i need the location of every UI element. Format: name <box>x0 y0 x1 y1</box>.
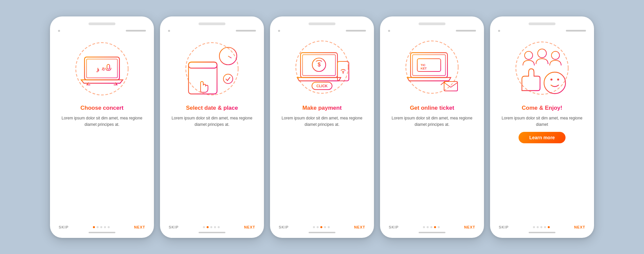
status-bar-1 <box>126 30 146 32</box>
phone-1-footer: SKIP NEXT <box>56 225 148 229</box>
phone-4-desc: Lorem ipsum dolor sit dim amet, mea regi… <box>386 115 478 128</box>
phone-5-home-bar <box>529 232 555 233</box>
dot-1-3 <box>100 226 102 228</box>
status-bar-4 <box>456 30 476 32</box>
svg-point-21 <box>223 74 233 84</box>
status-bar-2 <box>236 30 256 32</box>
status-bar-3 <box>346 30 366 32</box>
phone-notch-5 <box>529 22 555 25</box>
dot-3-4 <box>324 226 326 228</box>
svg-text:TIC: TIC <box>421 63 426 67</box>
dot-4-3 <box>430 226 432 228</box>
phone-1: ♪ ♫ Choose concert Lorem <box>50 16 154 238</box>
svg-rect-34 <box>411 53 447 78</box>
svg-point-46 <box>544 72 566 94</box>
phone-status-2 <box>166 29 258 33</box>
dot-4-4 <box>434 226 436 228</box>
svg-text:♪: ♪ <box>96 65 100 74</box>
status-dot-5 <box>498 30 500 32</box>
dot-4-1 <box>423 226 425 228</box>
phone-1-dots <box>93 226 110 228</box>
svg-rect-5 <box>107 64 110 69</box>
phone-2-dots <box>203 226 220 228</box>
choose-concert-icon: ♪ ♫ <box>72 39 132 99</box>
phone-3-skip[interactable]: SKIP <box>279 225 289 229</box>
svg-line-10 <box>228 56 231 58</box>
dot-2-1 <box>203 226 205 228</box>
dot-3-1 <box>313 226 315 228</box>
dot-2-2 <box>207 226 209 228</box>
phone-notch-3 <box>309 22 335 25</box>
phone-3: $ CLICK Make payment Lorem ipsum dolor s… <box>270 16 374 238</box>
svg-point-43 <box>538 49 546 58</box>
phone-4: TIC KET Get online ticket Lorem ipsum do… <box>380 16 484 238</box>
dot-5-5 <box>548 226 550 228</box>
phone-4-home-bar <box>419 232 445 233</box>
phone-5-skip[interactable]: SKIP <box>499 225 509 229</box>
phone-1-next[interactable]: NEXT <box>134 225 145 229</box>
phone-4-next[interactable]: NEXT <box>464 225 475 229</box>
dot-3-2 <box>317 226 319 228</box>
dot-2-5 <box>218 226 220 228</box>
phone-3-footer: SKIP NEXT <box>276 225 368 229</box>
phone-status-1 <box>56 29 148 33</box>
phone-4-dots <box>423 226 440 228</box>
phone-status-4 <box>386 29 478 33</box>
dot-1-2 <box>97 226 99 228</box>
phone-2-desc: Lorem ipsum dolor sit dim amet, mea regi… <box>166 115 258 128</box>
dot-2-4 <box>214 226 216 228</box>
phone-3-next[interactable]: NEXT <box>354 225 365 229</box>
dot-2-3 <box>210 226 212 228</box>
get-ticket-icon: TIC KET <box>401 39 463 99</box>
choose-concert-icon-area: ♪ ♫ <box>72 39 132 99</box>
status-dot-4 <box>388 30 390 32</box>
phone-2-footer: SKIP NEXT <box>166 225 258 229</box>
phone-1-home-bar <box>89 232 115 233</box>
learn-more-button[interactable]: Learn more <box>519 132 566 143</box>
svg-point-42 <box>525 51 533 59</box>
svg-text:CLICK: CLICK <box>316 84 328 88</box>
svg-point-41 <box>516 42 568 94</box>
svg-text:$: $ <box>318 62 321 67</box>
svg-point-44 <box>551 51 559 59</box>
phone-2-next[interactable]: NEXT <box>244 225 255 229</box>
phone-5-desc: Lorem ipsum dolor sit dim amet, mea regi… <box>496 115 588 128</box>
dot-1-4 <box>104 226 106 228</box>
dot-5-3 <box>540 226 542 228</box>
dot-1-5 <box>108 226 110 228</box>
status-bar-5 <box>566 30 586 32</box>
status-dot-2 <box>168 30 170 32</box>
phone-3-dots <box>313 226 330 228</box>
dot-4-5 <box>438 226 440 228</box>
phone-2: Select date & place Lorem ipsum dolor si… <box>160 16 264 238</box>
phone-notch-4 <box>419 22 445 25</box>
phone-notch-1 <box>89 22 115 25</box>
dot-3-5 <box>328 226 330 228</box>
phone-2-title: Select date & place <box>186 104 238 112</box>
make-payment-icon: $ CLICK <box>291 39 353 99</box>
svg-point-30 <box>342 72 344 73</box>
svg-text:♫: ♫ <box>101 66 105 71</box>
phone-5-footer: SKIP NEXT <box>496 225 588 229</box>
status-dot-3 <box>278 30 280 32</box>
phone-2-home-bar <box>199 232 225 233</box>
dot-3-3 <box>320 226 322 228</box>
phone-notch-2 <box>199 22 225 25</box>
phone-2-skip[interactable]: SKIP <box>169 225 179 229</box>
phone-1-skip[interactable]: SKIP <box>59 225 69 229</box>
phone-4-skip[interactable]: SKIP <box>389 225 399 229</box>
phone-5-next[interactable]: NEXT <box>574 225 585 229</box>
dot-5-4 <box>544 226 546 228</box>
phone-4-footer: SKIP NEXT <box>386 225 478 229</box>
phone-4-title: Get online ticket <box>410 104 454 112</box>
phone-3-desc: Lorem ipsum dolor sit dim amet, mea regi… <box>276 115 368 128</box>
come-enjoy-icon-area <box>512 39 572 99</box>
dot-1-1 <box>93 226 95 228</box>
dot-5-2 <box>537 226 539 228</box>
phone-3-home-bar <box>309 232 335 233</box>
status-dot-1 <box>58 30 60 32</box>
phone-status-5 <box>496 29 588 33</box>
select-date-icon <box>181 39 243 99</box>
dot-4-2 <box>427 226 429 228</box>
phone-3-title: Make payment <box>302 104 341 112</box>
